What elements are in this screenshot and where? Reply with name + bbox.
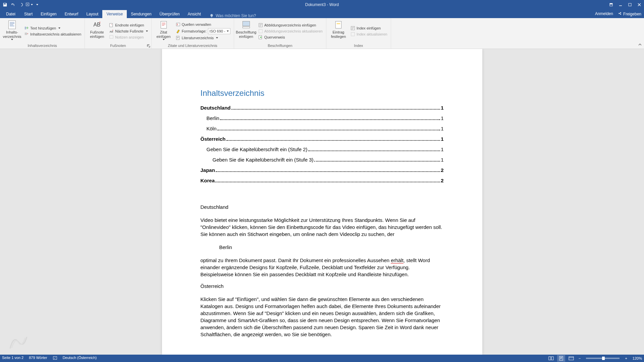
- next-footnote-icon: AB1: [109, 29, 114, 34]
- toc-entry-page: 1: [441, 135, 443, 142]
- share-button[interactable]: Freigeben: [618, 11, 641, 16]
- watermark-logo: [7, 332, 30, 352]
- mark-entry-button[interactable]: Eintrag festlegen: [329, 19, 348, 43]
- toc-entry-text: Berlin: [207, 115, 219, 122]
- web-layout-button[interactable]: [567, 355, 575, 362]
- read-mode-button[interactable]: [547, 355, 555, 362]
- toc-icon: [7, 20, 17, 29]
- tab-ansicht[interactable]: Ansicht: [184, 10, 205, 18]
- tab-ueberpruefen[interactable]: Überprüfen: [156, 10, 184, 18]
- bibliography-icon: [176, 36, 180, 40]
- save-button[interactable]: [1, 1, 9, 8]
- svg-rect-26: [551, 357, 553, 360]
- svg-text:1: 1: [112, 29, 113, 31]
- svg-rect-3: [629, 3, 631, 6]
- svg-rect-0: [26, 3, 29, 6]
- toc-entry-text: Japan: [201, 167, 215, 174]
- tell-me-search[interactable]: Was möchten Sie tun?: [210, 13, 256, 18]
- customize-qat-button[interactable]: [25, 1, 33, 8]
- document-area[interactable]: Inhaltsverzeichnis Deutschland1Berlin1Kö…: [0, 49, 644, 355]
- citation-style-select[interactable]: Formatvorlage: ISO 690 -: [175, 28, 231, 35]
- table-of-contents[interactable]: Deutschland1Berlin1Köln1Österreich1Geben…: [201, 104, 444, 184]
- toc-entry[interactable]: Köln1: [201, 125, 444, 132]
- ribbon-group-index: Eintrag festlegen Index einfügen Index a…: [326, 18, 391, 49]
- spelling-error[interactable]: erhält: [391, 257, 404, 263]
- ribbon: Inhalts- verzeichnis Text hinzufügen Inh…: [0, 18, 644, 49]
- page[interactable]: Inhaltsverzeichnis Deutschland1Berlin1Kö…: [162, 49, 482, 355]
- svg-rect-27: [559, 356, 563, 360]
- svg-rect-23: [351, 33, 355, 36]
- maximize-button[interactable]: [625, 0, 635, 9]
- tab-sendungen[interactable]: Sendungen: [127, 10, 155, 18]
- add-text-button[interactable]: Text hinzufügen: [23, 25, 82, 31]
- ribbon-group-citations: Zitat einfügen Quellen verwalten Formatv…: [152, 18, 234, 49]
- minimize-button[interactable]: [616, 0, 625, 9]
- insert-tof-button[interactable]: Abbildungsverzeichnis einfügen: [258, 22, 323, 28]
- window-controls: [606, 0, 644, 9]
- tab-entwurf[interactable]: Entwurf: [61, 10, 83, 18]
- redo-button[interactable]: [17, 1, 25, 8]
- ribbon-tabs: Datei Start Einfügen Entwurf Layout Verw…: [0, 9, 644, 18]
- tab-start[interactable]: Start: [20, 10, 37, 18]
- language-indicator[interactable]: Deutsch (Österreich): [63, 356, 97, 361]
- caption-icon: [241, 20, 251, 29]
- toc-leader: [215, 182, 440, 182]
- zoom-slider-thumb[interactable]: [602, 357, 605, 360]
- toc-entry-page: 2: [441, 177, 443, 184]
- toc-entry-text: Korea: [201, 177, 215, 184]
- collapse-ribbon-button[interactable]: [638, 43, 642, 47]
- toc-button[interactable]: Inhalts- verzeichnis: [3, 19, 21, 43]
- toc-entry[interactable]: Korea2: [201, 177, 444, 184]
- insert-index-button[interactable]: Index einfügen: [350, 25, 388, 31]
- svg-rect-7: [110, 23, 113, 27]
- word-count[interactable]: 879 Wörter: [29, 356, 47, 361]
- zoom-in-button[interactable]: +: [624, 356, 628, 360]
- citation-icon: [159, 20, 168, 29]
- zoom-level[interactable]: 120%: [633, 356, 642, 360]
- toc-entry[interactable]: Geben Sie die Kapitelüberschrift ein (St…: [201, 146, 444, 153]
- tab-verweise[interactable]: Verweise: [102, 10, 127, 18]
- proofing-icon[interactable]: [53, 356, 57, 361]
- insert-footnote-button[interactable]: AB1 Fußnote einfügen: [88, 19, 106, 43]
- tab-file[interactable]: Datei: [1, 10, 20, 18]
- insert-citation-button[interactable]: Zitat einfügen: [154, 19, 173, 43]
- toc-leader: [226, 140, 440, 141]
- style-combo[interactable]: ISO 690 -: [208, 28, 230, 34]
- toc-entry[interactable]: Berlin1: [201, 115, 444, 122]
- footnotes-dialog-launcher[interactable]: [147, 44, 151, 48]
- quick-access-toolbar: [0, 1, 41, 8]
- cross-reference-button[interactable]: Querverweis: [258, 35, 323, 40]
- ribbon-options-button[interactable]: [606, 0, 616, 9]
- svg-rect-16: [243, 26, 250, 28]
- signin-link[interactable]: Anmelden: [595, 11, 613, 16]
- toc-entry-page: 1: [441, 115, 443, 122]
- undo-button[interactable]: [9, 1, 17, 8]
- zoom-out-button[interactable]: −: [577, 356, 582, 360]
- page-indicator[interactable]: Seite 1 von 2: [2, 356, 23, 361]
- bibliography-button[interactable]: Literaturverzeichnis: [175, 35, 231, 41]
- next-footnote-button[interactable]: AB1Nächste Fußnote: [108, 28, 148, 34]
- insert-endnote-button[interactable]: iEndnote einfügen: [108, 22, 148, 28]
- insert-caption-button[interactable]: Beschriftung einfügen: [237, 19, 256, 43]
- svg-rect-21: [337, 23, 340, 24]
- heading-berlin: Berlin: [219, 244, 444, 251]
- toc-entry-text: Deutschland: [201, 104, 231, 111]
- toc-entry[interactable]: Japan2: [201, 167, 444, 174]
- close-button[interactable]: [635, 0, 644, 9]
- toc-leader: [231, 109, 440, 110]
- qat-more-button[interactable]: [34, 1, 41, 8]
- update-toc-button[interactable]: Inhaltsverzeichnis aktualisieren: [23, 32, 82, 37]
- manage-sources-button[interactable]: Quellen verwalten: [175, 22, 231, 27]
- toc-entry[interactable]: Geben Sie die Kapitelüberschrift ein (St…: [201, 156, 444, 163]
- toc-entry[interactable]: Deutschland1: [201, 104, 444, 111]
- zoom-slider[interactable]: [586, 358, 620, 359]
- refresh-icon: [258, 29, 263, 34]
- tab-einfuegen[interactable]: Einfügen: [37, 10, 60, 18]
- tell-me-placeholder: Was möchten Sie tun?: [216, 13, 256, 18]
- toc-leader: [216, 171, 440, 172]
- svg-rect-14: [176, 36, 179, 40]
- print-layout-button[interactable]: [557, 355, 565, 362]
- tab-layout[interactable]: Layout: [82, 10, 102, 18]
- toc-leader: [217, 130, 440, 130]
- toc-entry[interactable]: Österreich1: [201, 135, 444, 142]
